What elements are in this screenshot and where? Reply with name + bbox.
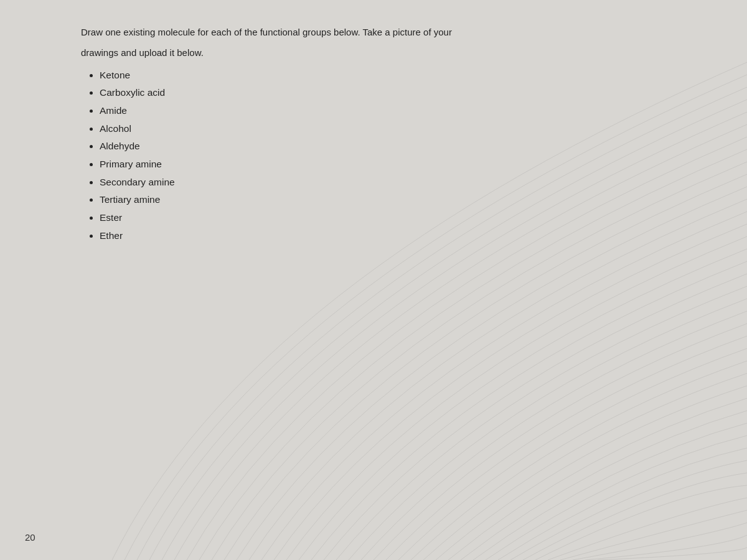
list-item: Aldehyde xyxy=(100,138,666,156)
list-item: Primary amine xyxy=(100,156,666,174)
instruction-line2: drawings and upload it below. xyxy=(81,45,517,60)
instruction-line1: Draw one existing molecule for each of t… xyxy=(81,25,517,39)
list-item: Ketone xyxy=(100,67,666,85)
list-item: Ester xyxy=(100,209,666,227)
list-item: Ether xyxy=(100,227,666,245)
list-item: Tertiary amine xyxy=(100,191,666,209)
list-item: Alcohol xyxy=(100,120,666,138)
functional-groups-list: KetoneCarboxylic acidAmideAlcoholAldehyd… xyxy=(81,67,666,245)
list-item: Amide xyxy=(100,102,666,120)
instruction-block: Draw one existing molecule for each of t… xyxy=(81,25,666,60)
list-item: Carboxylic acid xyxy=(100,84,666,102)
list-item: Secondary amine xyxy=(100,174,666,192)
